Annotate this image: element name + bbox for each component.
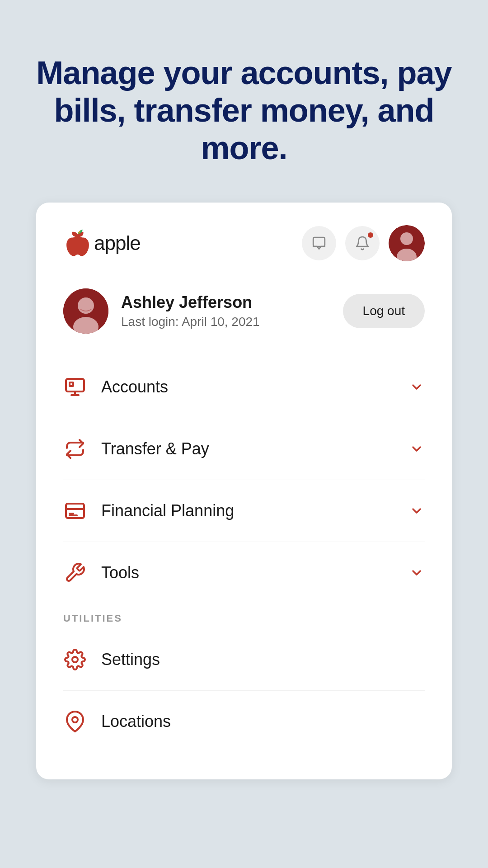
- user-avatar: [63, 288, 108, 334]
- header-avatar-image: [389, 225, 425, 261]
- nav-label-transfer-pay: Transfer & Pay: [101, 439, 408, 458]
- locations-icon: [63, 710, 87, 733]
- user-avatar-image: [63, 288, 108, 334]
- header-actions: [302, 225, 425, 261]
- nav-label-settings: Settings: [101, 650, 425, 669]
- settings-icon: [63, 648, 87, 671]
- accounts-icon: [63, 375, 87, 399]
- user-details: Ashley Jefferson Last login: April 10, 2…: [121, 293, 260, 329]
- notification-button[interactable]: [345, 226, 380, 260]
- transfer-icon: [63, 437, 87, 461]
- svg-point-16: [72, 717, 78, 722]
- utilities-section: UTILITIES Settings Locations: [36, 613, 452, 752]
- nav-item-tools[interactable]: Tools: [63, 542, 425, 604]
- financial-icon: [63, 499, 87, 523]
- chevron-down-icon-tools: [408, 565, 425, 581]
- utilities-label: UTILITIES: [63, 613, 425, 624]
- logout-button[interactable]: Log out: [343, 294, 425, 328]
- nav-item-accounts[interactable]: Accounts: [63, 356, 425, 418]
- user-left: Ashley Jefferson Last login: April 10, 2…: [63, 288, 260, 334]
- svg-rect-0: [313, 238, 325, 247]
- tools-icon: [63, 561, 87, 585]
- nav-menu: Accounts Transfer & Pay: [36, 356, 452, 604]
- header-avatar-icon: [389, 225, 425, 261]
- header-avatar-button[interactable]: [389, 225, 425, 261]
- logo-text: apple: [94, 232, 141, 255]
- user-name: Ashley Jefferson: [121, 293, 260, 312]
- nav-item-settings[interactable]: Settings: [63, 629, 425, 691]
- hero-section: Manage your accounts, pay bills, transfe…: [0, 0, 488, 203]
- user-info-row: Ashley Jefferson Last login: April 10, 2…: [36, 279, 452, 356]
- notification-icon: [355, 236, 370, 251]
- nav-label-locations: Locations: [101, 712, 425, 731]
- nav-item-locations[interactable]: Locations: [63, 691, 425, 752]
- nav-item-financial-planning[interactable]: Financial Planning: [63, 480, 425, 542]
- svg-point-15: [72, 657, 78, 662]
- nav-item-transfer-pay[interactable]: Transfer & Pay: [63, 418, 425, 480]
- user-last-login: Last login: April 10, 2021: [121, 315, 260, 329]
- svg-point-2: [400, 232, 413, 245]
- chevron-down-icon-financial: [408, 503, 425, 519]
- chevron-down-icon-transfer: [408, 441, 425, 457]
- chat-button[interactable]: [302, 226, 336, 260]
- chevron-down-icon-accounts: [408, 379, 425, 395]
- main-card: apple: [36, 203, 452, 779]
- logo-area: apple: [63, 229, 141, 258]
- nav-label-accounts: Accounts: [101, 377, 408, 396]
- nav-label-tools: Tools: [101, 563, 408, 582]
- nav-label-financial-planning: Financial Planning: [101, 501, 408, 520]
- svg-rect-10: [70, 382, 73, 386]
- notification-dot: [367, 231, 374, 239]
- chat-icon: [311, 236, 327, 251]
- card-header: apple: [36, 203, 452, 279]
- apple-logo-icon: [63, 229, 92, 258]
- hero-title: Manage your accounts, pay bills, transfe…: [36, 54, 452, 166]
